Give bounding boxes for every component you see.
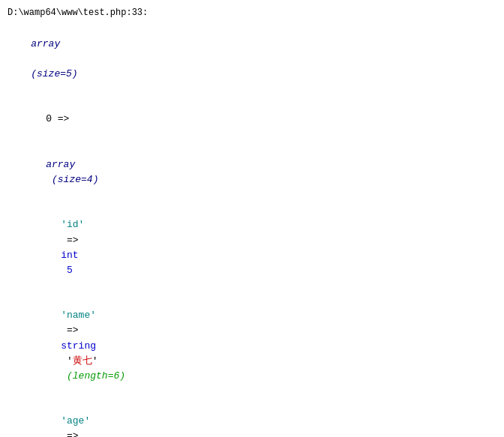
- index-0-line: 0 =>: [8, 97, 496, 142]
- item-0-name: 'name' => string '黄七' (length=6): [8, 293, 496, 399]
- root-size: (size=5): [31, 68, 77, 79]
- filepath: D:\wamp64\www\test.php:33:: [8, 6, 496, 20]
- output-container: D:\wamp64\www\test.php:33: array (size=5…: [8, 6, 496, 437]
- array-keyword: array: [31, 38, 60, 49]
- item-0-age: 'age' => int 20: [8, 399, 496, 437]
- item-0-id: 'id' => int 5: [8, 202, 496, 293]
- root-array-header: array (size=5): [8, 22, 496, 97]
- item-0-array: array (size=4): [8, 142, 496, 203]
